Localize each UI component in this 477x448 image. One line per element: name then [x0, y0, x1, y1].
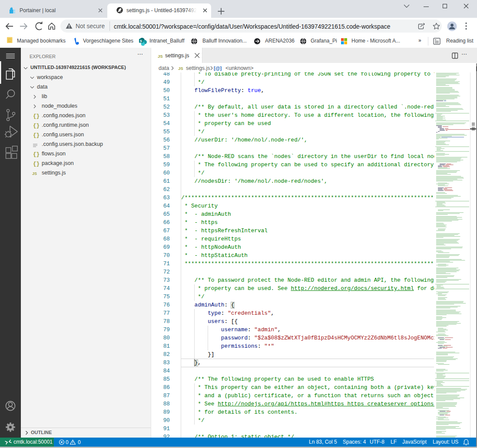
- svg-text:{}: {}: [33, 123, 40, 129]
- svg-text:{}: {}: [33, 113, 40, 119]
- svg-text:{}: {}: [33, 132, 40, 138]
- svg-text:JS: JS: [178, 66, 183, 71]
- svg-text:JS: JS: [158, 54, 163, 59]
- svg-text:0: 0: [66, 439, 69, 445]
- svg-text:0: 0: [78, 439, 81, 445]
- svg-text:S: S: [140, 39, 142, 43]
- svg-text:{}: {}: [33, 152, 40, 158]
- svg-text:JS: JS: [32, 171, 37, 176]
- svg-text:{}: {}: [33, 161, 40, 167]
